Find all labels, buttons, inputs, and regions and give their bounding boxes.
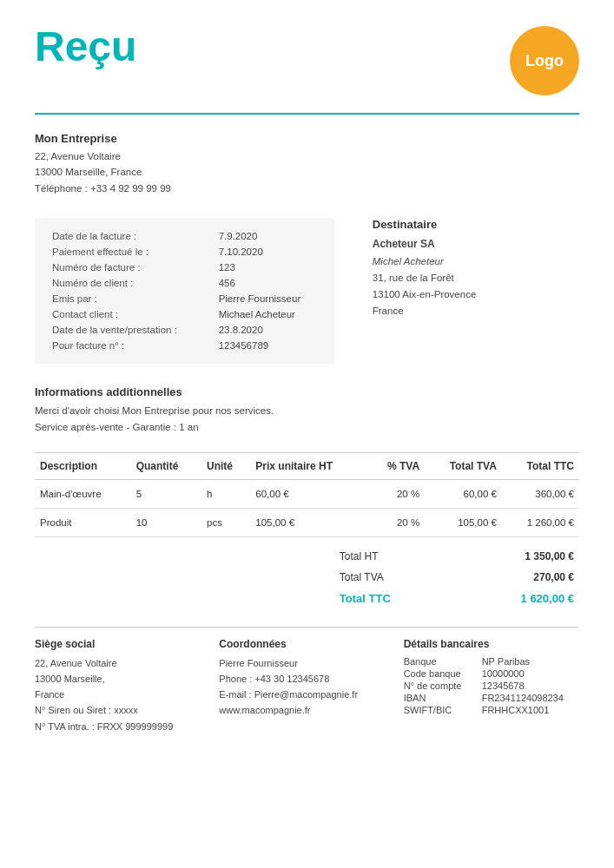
coord-name: Pierre Fournisseur [219,655,394,671]
item-tva-pct: 20 % [367,508,425,536]
invoice-detail-row: Contact client :Michael Acheteur [49,306,320,322]
col-total-ttc: Total TTC [502,452,579,479]
col-tva-pct: % TVA [367,452,425,479]
invoice-details-box: Date de la facture :7.9.2020Paiement eff… [35,218,334,364]
page-header: Reçu Logo [35,26,579,95]
bank-label: Code banque [404,667,482,680]
destinataire-title: Destinataire [373,218,579,231]
table-row: Produit 10 pcs 105,00 € 20 % 105,00 € 1 … [35,508,579,536]
item-total-ttc: 360,00 € [502,479,579,508]
siege-siren: N° Siren ou Siret : xxxxx [35,702,210,718]
bank-title: Détails bancaires [404,638,579,650]
detail-value: 7.10.2020 [201,244,320,260]
company-name: Mon Entreprise [35,132,579,145]
item-quantite: 5 [131,479,201,508]
detail-value: 23.8.2020 [201,322,320,338]
total-tva-label: Total TVA [334,567,455,588]
footer-section: Siège social 22, Avenue Voltaire 13000 M… [35,638,579,734]
detail-label: Contact client : [49,306,201,322]
bank-value: FR2341124098234 [482,692,579,704]
total-ttc-label: Total TTC [334,588,455,609]
invoice-detail-row: Numéro de client :456 [49,275,320,291]
items-table-header: Description Quantité Unité Prix unitaire… [35,452,579,479]
item-prix-ht: 105,00 € [250,508,367,536]
table-row: Main-d'œuvre 5 h 60,00 € 20 % 60,00 € 36… [35,479,579,508]
item-total-tva: 60,00 € [425,479,502,508]
item-unite: pcs [201,508,250,536]
coord-email: E-mail : Pierre@macompagnie.fr [219,687,394,702]
invoice-detail-row: Date de la vente/prestation :23.8.2020 [49,322,320,338]
siege-title: Siège social [35,638,210,650]
totals-box: Total HT 1 350,00 € Total TVA 270,00 € T… [334,546,579,609]
bank-value: 10000000 [482,667,579,680]
item-unite: h [201,479,250,508]
additional-info-line1: Merci d'avoir choisi Mon Entreprise pour… [35,403,579,418]
detail-value: 123456789 [201,338,320,353]
detail-label: Emis par : [49,291,201,306]
col-description: Description [35,452,131,479]
invoice-detail-row: Emis par :Pierre Fournisseur [49,291,320,306]
detail-label: Pour facture n° : [49,338,201,353]
invoice-details-table: Date de la facture :7.9.2020Paiement eff… [49,228,320,353]
item-description: Main-d'œuvre [35,479,131,508]
page-title: Reçu [35,26,136,68]
siege-line1: 22, Avenue Voltaire [35,655,210,671]
dest-address2: 13100 Aix-en-Provence [373,286,579,303]
bank-row: N° de compte12345678 [404,680,579,692]
total-ht-label: Total HT [334,546,455,567]
company-phone: Téléphone : +33 4 92 99 99 99 [35,181,579,196]
invoice-detail-row: Date de la facture :7.9.2020 [49,228,320,244]
dest-country: France [373,303,579,319]
item-description: Produit [35,508,131,536]
company-address1: 22, Avenue Voltaire [35,148,579,164]
logo: Logo [510,26,579,95]
bank-row: IBANFR2341124098234 [404,692,579,704]
items-table: Description Quantité Unité Prix unitaire… [35,452,579,537]
invoice-detail-row: Numéro de facture :123 [49,260,320,275]
footer-divider [35,627,579,628]
info-section: Date de la facture :7.9.2020Paiement eff… [35,218,579,364]
additional-info-title: Informations additionnelles [35,385,579,398]
col-total-tva: Total TVA [425,452,502,479]
total-tva-value: 270,00 € [455,567,579,588]
item-quantite: 10 [131,508,201,536]
siege-line3: France [35,687,210,702]
bank-value: NP Paribas [482,655,579,667]
detail-value: 7.9.2020 [201,228,320,244]
total-ttc-row: Total TTC 1 620,00 € [334,588,579,609]
dest-contact: Michel Acheteur [373,253,579,270]
footer-coord: Coordonnées Pierre Fournisseur Phone : +… [219,638,394,734]
detail-label: Date de la vente/prestation : [49,322,201,338]
bank-row: Code banque10000000 [404,667,579,680]
company-address2: 13000 Marseille, France [35,164,579,180]
detail-label: Numéro de client : [49,275,201,291]
total-ttc-value: 1 620,00 € [455,588,579,609]
totals-table: Total HT 1 350,00 € Total TVA 270,00 € T… [334,546,579,609]
total-ht-value: 1 350,00 € [455,546,579,567]
bank-label: N° de compte [404,680,482,692]
coord-phone: Phone : +43 30 12345678 [219,671,394,687]
additional-info-line2: Service après-vente - Garantie : 1 an [35,419,579,435]
items-table-body: Main-d'œuvre 5 h 60,00 € 20 % 60,00 € 36… [35,479,579,536]
col-unite: Unité [201,452,250,479]
header-divider [35,113,579,115]
total-ht-row: Total HT 1 350,00 € [334,546,579,567]
bank-label: IBAN [404,692,482,704]
detail-label: Numéro de facture : [49,260,201,275]
company-info: Mon Entreprise 22, Avenue Voltaire 13000… [35,132,579,196]
bank-row: BanqueNP Paribas [404,655,579,667]
item-prix-ht: 60,00 € [250,479,367,508]
detail-value: 456 [201,275,320,291]
detail-value: Michael Acheteur [201,306,320,322]
coord-web: www.macompagnie.fr [219,702,394,718]
detail-label: Date de la facture : [49,228,201,244]
invoice-detail-row: Paiement effectué le :7.10.2020 [49,244,320,260]
dest-address1: 31, rue de la Forêt [373,270,579,286]
footer-siege: Siège social 22, Avenue Voltaire 13000 M… [35,638,210,734]
coord-title: Coordonnées [219,638,394,650]
total-tva-row: Total TVA 270,00 € [334,567,579,588]
col-prix-ht: Prix unitaire HT [250,452,367,479]
siege-tva: N° TVA intra. : FRXX 999999999 [35,719,210,734]
detail-value: 123 [201,260,320,275]
footer-bank: Détails bancaires BanqueNP ParibasCode b… [404,638,579,734]
